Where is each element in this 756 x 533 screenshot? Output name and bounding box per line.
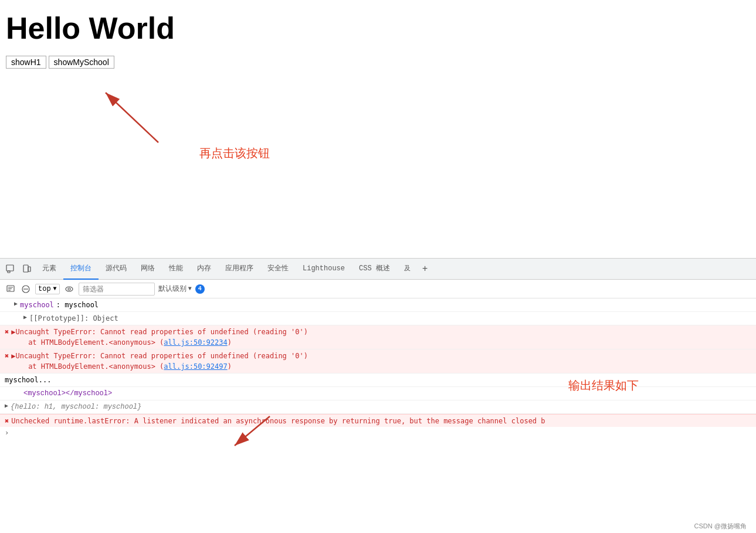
device-icon[interactable] <box>19 261 35 277</box>
svg-rect-2 <box>6 265 13 271</box>
tab-lighthouse[interactable]: Lighthouse <box>296 259 352 280</box>
clear-console-button[interactable] <box>5 283 16 295</box>
error-badge: 4 <box>195 284 205 294</box>
bottom-error-icon: ✖ <box>5 417 9 425</box>
myschool-tag: <myschool></myschool> <box>23 388 112 399</box>
cursor-icon[interactable] <box>2 261 19 277</box>
svg-line-1 <box>106 93 158 142</box>
expand-arrow[interactable]: ▶ <box>23 313 27 322</box>
bottom-error-line: ✖ Unchecked runtime.lastError: A listene… <box>0 414 756 427</box>
bottom-error-text: Unchecked runtime.lastError: A listener … <box>11 417 545 425</box>
tab-more[interactable]: 及 <box>397 259 418 280</box>
devtools-tab-bar: 元素 控制台 源代码 网络 性能 内存 应用程序 安全性 Lighthouse … <box>0 259 756 280</box>
show-myschool-button[interactable]: showMySchool <box>49 56 114 69</box>
list-item: ▶ [[Prototype]]: Object <box>0 312 756 325</box>
page-area: Hello World showH1 showMySchool 再点击该按钮 <box>0 0 756 258</box>
annotation-arrow <box>29 75 194 169</box>
tab-memory[interactable]: 内存 <box>190 259 218 280</box>
svg-rect-5 <box>28 267 30 271</box>
svg-point-13 <box>68 288 70 290</box>
tab-performance[interactable]: 性能 <box>162 259 190 280</box>
myschool-text: myschool... <box>5 375 51 385</box>
level-label: 默认级别 <box>158 284 187 294</box>
error-link-1[interactable]: all.js:50:92234 <box>164 338 227 347</box>
list-item-tag: <myschool></myschool> 输出结果如下 <box>0 387 756 400</box>
svg-rect-4 <box>23 265 28 272</box>
tab-security[interactable]: 安全性 <box>260 259 296 280</box>
tab-elements[interactable]: 元素 <box>35 259 63 280</box>
page-title: Hello World <box>6 12 750 45</box>
context-label: top <box>38 285 51 293</box>
obj-text: {hello: h1, myschool: myschool} <box>11 402 141 412</box>
level-selector[interactable]: 默认级别 ▼ <box>158 284 192 294</box>
console-toolbar: top ▼ 默认级别 ▼ 4 <box>0 280 756 298</box>
expand-obj-arrow[interactable]: ▶ <box>5 402 8 410</box>
svg-point-12 <box>66 287 73 291</box>
error-line-1: ✖ ▶Uncaught TypeError: Cannot read prope… <box>0 325 756 349</box>
list-item-myschool: myschool... <box>0 374 756 387</box>
footer-credit: CSDN @微扬嘴角 <box>694 522 747 531</box>
context-selector[interactable]: top ▼ <box>35 284 60 294</box>
button-row: showH1 showMySchool <box>6 56 750 69</box>
tab-application[interactable]: 应用程序 <box>218 259 260 280</box>
error-line-2: ✖ ▶Uncaught TypeError: Cannot read prope… <box>0 349 756 374</box>
prompt-arrow: › <box>5 429 9 437</box>
devtools-panel: 元素 控制台 源代码 网络 性能 内存 应用程序 安全性 Lighthouse … <box>0 258 756 533</box>
console-prompt[interactable]: › <box>0 427 756 439</box>
list-item-obj: ▶ {hello: h1, myschool: myschool} <box>0 400 756 414</box>
tab-css-overview[interactable]: CSS 概述 <box>352 259 397 280</box>
annotation1-text: 再点击该按钮 <box>199 145 270 161</box>
no-entry-button[interactable] <box>20 283 32 295</box>
console-output: ▶ myschool : myschool ▶ [[Prototype]]: O… <box>0 298 756 533</box>
eye-icon-button[interactable] <box>63 283 75 295</box>
show-h1-button[interactable]: showH1 <box>6 56 46 69</box>
error-link-2[interactable]: all.js:50:92497 <box>164 362 227 371</box>
tab-sources[interactable]: 源代码 <box>99 259 134 280</box>
error-icon: ✖ <box>5 327 9 338</box>
tab-network[interactable]: 网络 <box>134 259 162 280</box>
tab-console[interactable]: 控制台 <box>63 259 99 280</box>
svg-rect-3 <box>8 271 10 273</box>
expand-arrow[interactable]: ▶ <box>14 300 18 308</box>
filter-input[interactable] <box>79 283 155 296</box>
tab-add[interactable]: + <box>418 260 433 278</box>
list-item: ▶ myschool : myschool <box>0 298 756 312</box>
error-icon-2: ✖ <box>5 351 9 362</box>
